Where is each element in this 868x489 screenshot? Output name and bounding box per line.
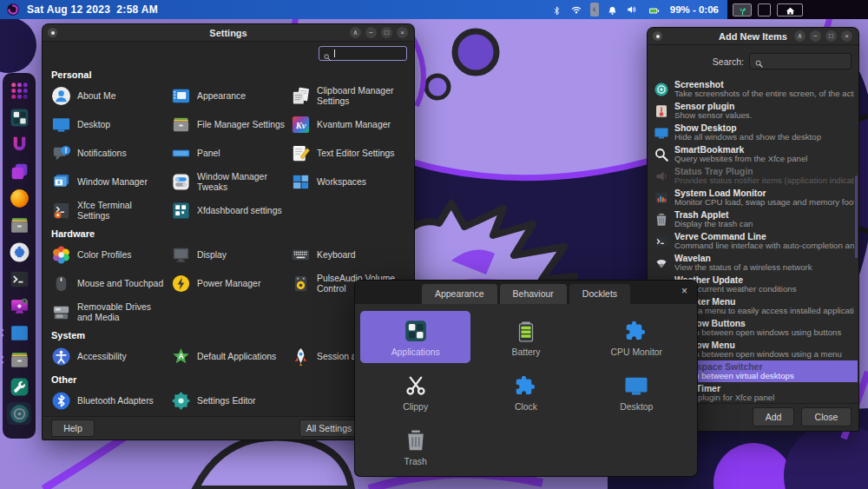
dock-item-window-switcher[interactable] <box>7 160 31 182</box>
minimize-icon[interactable]: − <box>810 30 821 42</box>
window-menu-button[interactable] <box>48 28 57 37</box>
settings-item[interactable]: Power Manager <box>169 269 287 298</box>
notifications-bell-icon[interactable] <box>607 4 618 16</box>
close-button[interactable]: Close <box>801 407 852 426</box>
rollup-icon[interactable]: ∧ <box>350 27 361 38</box>
scrollbar-thumb[interactable] <box>855 175 858 258</box>
settings-item-label: Workspaces <box>317 177 366 188</box>
workspace-button-3[interactable] <box>777 3 803 17</box>
settings-item[interactable]: Bluetooth Adapters <box>49 387 168 415</box>
docklet-tile[interactable]: Desktop <box>582 366 692 418</box>
plugin-row[interactable]: Show Desktop Hide all windows and show t… <box>648 122 858 143</box>
settings-item-label: Text Editor Settings <box>317 149 395 159</box>
settings-item[interactable]: Removable Drives and Media <box>49 298 168 327</box>
close-icon[interactable]: × <box>681 285 687 297</box>
dialog-tab[interactable]: Appearance <box>422 284 497 304</box>
settings-item[interactable]: Xfdashboard settings <box>169 196 287 225</box>
volume-icon[interactable] <box>626 3 638 16</box>
dialog-tab[interactable]: Behaviour <box>500 284 567 304</box>
bluetooth-icon[interactable] <box>551 4 562 16</box>
settings-item[interactable]: Clipboard Manager Settings <box>289 82 407 110</box>
tray-collapse-arrow[interactable]: ‹ <box>590 3 599 17</box>
battery-icon[interactable] <box>646 4 662 16</box>
maximize-icon[interactable]: □ <box>825 30 837 42</box>
docklet-tile[interactable]: Applications <box>360 311 470 363</box>
minimize-icon[interactable]: − <box>365 27 377 38</box>
settings-item[interactable]: Panel <box>169 139 287 168</box>
plugin-row[interactable]: SmartBookmark Query websites from the Xf… <box>648 143 858 165</box>
dock-item-screenshot-tool[interactable] <box>7 402 31 425</box>
color-profiles-icon <box>51 245 71 265</box>
dock-item-file-manager[interactable] <box>7 214 31 236</box>
settings-item-label: Keyboard <box>317 250 355 261</box>
close-icon[interactable]: × <box>397 27 408 38</box>
plugin-row[interactable]: System Load Monitor Monitor CPU load, sw… <box>648 187 858 208</box>
docklet-tile[interactable]: Clock <box>470 366 581 418</box>
settings-item[interactable]: Window Manager Tweaks <box>169 168 287 196</box>
settings-item[interactable]: About Me <box>49 82 168 110</box>
dock-item-unity-desktop[interactable] <box>7 133 31 155</box>
add-items-titlebar[interactable]: Add New Items ∧ − □ × <box>648 28 858 45</box>
dock-item-firefox[interactable] <box>7 187 31 209</box>
settings-item[interactable]: Color Profiles <box>49 241 168 269</box>
dock-item-web-app[interactable] <box>7 241 31 263</box>
settings-search-input[interactable] <box>319 46 407 61</box>
clipboard-manager-icon <box>291 86 311 106</box>
distro-logo-icon[interactable] <box>6 3 20 17</box>
dock-item-app-launcher[interactable] <box>7 79 31 102</box>
docklet-tile[interactable]: Trash <box>360 420 470 472</box>
rollup-icon[interactable]: ∧ <box>794 30 806 42</box>
help-button[interactable]: Help <box>51 420 95 437</box>
settings-item[interactable]: Workspaces <box>289 168 407 196</box>
maximize-icon[interactable]: □ <box>381 27 392 38</box>
settings-item[interactable]: Appearance <box>169 82 287 110</box>
items-search-input[interactable] <box>749 53 852 69</box>
docklet-label: Trash <box>404 457 427 466</box>
settings-titlebar[interactable]: Settings ∧ − □ × <box>43 24 414 42</box>
panel-clock[interactable]: Sat Aug 12 2023 2:58 AM <box>27 3 158 16</box>
dock-item-window[interactable] <box>7 321 31 344</box>
window-menu-button[interactable] <box>653 31 662 41</box>
dock-item-settings-manager[interactable] <box>7 375 31 398</box>
plugin-row[interactable]: Wavelan View the status of a wireless ne… <box>648 252 858 274</box>
plugin-row[interactable]: Status Tray Plugin Provides status notif… <box>648 165 858 187</box>
plugin-row[interactable]: Screenshot Take screenshots of the entir… <box>648 78 858 100</box>
workspace-button-2[interactable] <box>758 3 771 17</box>
settings-item[interactable]: Display <box>169 241 287 269</box>
settings-item[interactable]: Text Editor Settings <box>289 139 407 168</box>
docklet-tile[interactable]: Battery <box>470 311 581 363</box>
settings-item[interactable]: Accessibility <box>49 342 168 371</box>
settings-item[interactable]: Settings Editor <box>169 387 287 415</box>
plugin-row[interactable]: Sensor plugin Show sensor values. <box>648 100 858 122</box>
settings-item[interactable]: A Default Applications <box>169 342 287 371</box>
settings-item[interactable]: Desktop <box>49 110 168 139</box>
applications-tile-icon <box>9 107 30 129</box>
workspace-button-1[interactable] <box>733 3 752 17</box>
pulseaudio-icon <box>291 274 311 294</box>
settings-item[interactable]: File Manager Settings <box>169 110 287 139</box>
docklet-tile[interactable]: Clippy <box>360 366 470 418</box>
settings-item[interactable]: x Window Manager <box>49 168 168 196</box>
battery-label[interactable]: 99% - 0:06 <box>670 4 719 15</box>
dock-item-terminal[interactable] <box>7 268 31 290</box>
close-icon[interactable]: × <box>841 30 852 42</box>
dock-item-file-manager-window[interactable] <box>7 348 31 371</box>
wifi-icon[interactable] <box>570 3 582 16</box>
docklet-tile[interactable]: CPU Monitor <box>582 311 692 363</box>
settings-item-label: Xfce Terminal Settings <box>77 201 166 221</box>
system-tray: ‹ 99% - 0:06 <box>551 3 727 17</box>
settings-item[interactable]: Xfce Terminal Settings <box>49 196 168 225</box>
plugin-row[interactable]: Trash Applet Display the trash can <box>648 208 858 230</box>
add-button[interactable]: Add <box>753 407 794 426</box>
dock-item-applications[interactable] <box>7 106 31 129</box>
all-settings-button[interactable]: All Settings <box>299 420 358 437</box>
settings-item[interactable]: Keyboard <box>289 241 407 269</box>
settings-item-label: Window Manager Tweaks <box>197 172 286 192</box>
dialog-tab[interactable]: Docklets <box>569 284 630 304</box>
settings-item[interactable]: ! Notifications <box>49 139 168 168</box>
settings-item-label: Window Manager <box>77 177 148 188</box>
plugin-row[interactable]: Verve Command Line Command line interfac… <box>648 230 858 252</box>
settings-item[interactable]: Mouse and Touchpad <box>49 269 168 298</box>
settings-item[interactable]: Kv Kvantum Manager <box>289 110 407 139</box>
dock-item-display-settings[interactable] <box>7 294 31 317</box>
